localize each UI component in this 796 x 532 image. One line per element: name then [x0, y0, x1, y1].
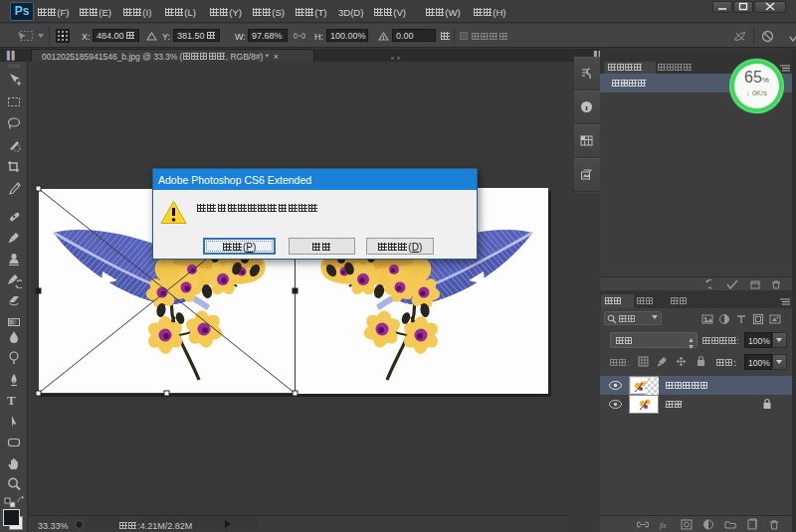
svg-text:fx: fx: [660, 520, 667, 530]
